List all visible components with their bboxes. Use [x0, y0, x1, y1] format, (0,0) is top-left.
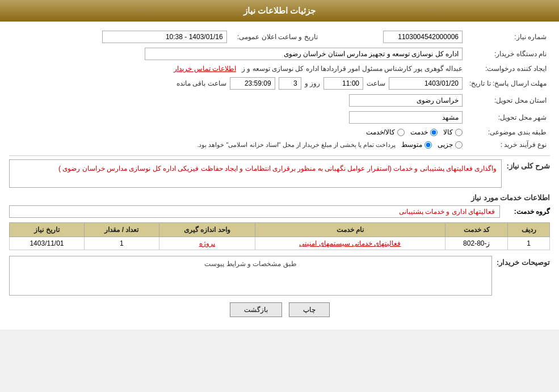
- info-table: شماره نیاز: 1103004542000006 تاریخ و ساع…: [9, 28, 550, 151]
- cell-service-code: ز-80-802: [445, 237, 508, 250]
- response-date-box: 1403/01/20: [389, 77, 463, 90]
- purchase-type-label-motavaset: متوسط: [401, 141, 422, 149]
- col-date-needed: تاریخ نیاز: [10, 223, 85, 237]
- buyer-org-value: اداره کل نوسازی توسعه و تجهیز مدارس استا…: [9, 45, 466, 62]
- province-box: خراسان رضوی: [349, 94, 463, 107]
- service-group-value: فعالیتهای اداری و خدمات پشتیبانی: [9, 205, 500, 218]
- cell-unit: پروژه: [159, 237, 255, 250]
- city-value: مشهد: [9, 109, 466, 126]
- services-section-title: اطلاعات خدمات مورد نیاز: [9, 193, 550, 202]
- category-radio-khedmat[interactable]: [430, 129, 438, 136]
- province-value: خراسان رضوی: [9, 92, 466, 109]
- response-days-box: 3: [279, 77, 301, 90]
- narration-text: واگذاری فعالیتهای پشتیبانی و خدمات (استق…: [58, 165, 497, 172]
- category-radio-kala[interactable]: [455, 129, 463, 136]
- service-group-row: گروه خدمت: فعالیتهای اداری و خدمات پشتیب…: [9, 205, 550, 218]
- purchase-type-row: جزیی متوسط پرداخت تمام یا بخشی از مبلغ خ…: [9, 138, 466, 151]
- footer-buttons: چاپ بازگشت: [9, 302, 550, 317]
- province-label: استان محل تحویل:: [466, 92, 550, 109]
- announce-datetime-box: 1403/01/16 - 10:38: [102, 31, 227, 43]
- response-remaining-box: 23:59:09: [230, 77, 275, 90]
- cell-date-needed: 1403/11/01: [10, 237, 85, 250]
- service-group-label: گروه خدمت:: [505, 208, 550, 216]
- print-button[interactable]: چاپ: [289, 302, 330, 317]
- request-number-box: 1103004542000006: [383, 31, 463, 43]
- back-button[interactable]: بازگشت: [230, 302, 282, 317]
- purchase-type-option-jazii[interactable]: جزیی: [438, 141, 463, 149]
- purchase-type-label: نوع فرآیند خرید :: [466, 138, 550, 151]
- services-table: ردیف کد خدمت نام خدمت واحد اندازه گیری ت…: [9, 222, 550, 250]
- response-deadline-row: 1403/01/20 ساعت 11:00 روز و 3 23:59:09 س…: [9, 75, 466, 92]
- response-time-label: ساعت: [367, 79, 385, 87]
- city-label: شهر محل تحویل:: [466, 109, 550, 126]
- narration-section: شرح کلی نیاز: واگذاری فعالیتهای پشتیبانی…: [9, 159, 550, 188]
- purchase-type-option-motavaset[interactable]: متوسط: [401, 141, 432, 149]
- creator-text: عبداله گوهری پور کارشناس مسئول امور قرار…: [242, 65, 463, 73]
- narration-label: شرح کلی نیاز:: [506, 159, 550, 188]
- request-number-label: شماره نیاز:: [466, 28, 550, 45]
- category-label: طبقه بندی موضوعی:: [466, 126, 550, 138]
- announce-datetime-value: 1403/01/16 - 10:38: [9, 28, 230, 45]
- cell-row-num: 1: [508, 237, 550, 250]
- buyer-description-section: توصیحات خریدار: طبق مشخصات و شرایط پیوست: [9, 256, 550, 296]
- creator-value: عبداله گوهری پور کارشناس مسئول امور قرار…: [9, 62, 466, 75]
- category-label-khedmat: خدمت: [410, 128, 428, 136]
- response-time-box: 11:00: [323, 77, 363, 90]
- category-option-khedmat[interactable]: خدمت: [410, 128, 438, 136]
- purchase-type-label-jazii: جزیی: [438, 141, 453, 149]
- purchase-type-radio-motavaset[interactable]: [424, 141, 432, 149]
- table-row: 1 ز-80-802 فعالیتهای خدماتی سیستمهای امن…: [10, 237, 550, 250]
- narration-content: واگذاری فعالیتهای پشتیبانی و خدمات (استق…: [9, 159, 502, 188]
- response-deadline-label: مهلت ارسال پاسخ: تا تاریخ:: [466, 75, 550, 92]
- col-service-code: کد خدمت: [445, 223, 508, 237]
- cell-quantity: 1: [84, 237, 159, 250]
- category-radio-kala-khedmat[interactable]: [397, 129, 405, 136]
- buyer-description-text: طبق مشخصات و شرایط پیوست: [204, 260, 296, 268]
- page-header: جزئیات اطلاعات نیاز: [0, 0, 559, 22]
- category-label-kala: کالا: [443, 128, 453, 136]
- buyer-org-box: اداره کل نوسازی توسعه و تجهیز مدارس استا…: [145, 48, 463, 60]
- creator-label: ایجاد کننده درخواست:: [466, 62, 550, 75]
- col-service-name: نام خدمت: [255, 223, 445, 237]
- category-value: کالا خدمت کالا/خدمت: [9, 126, 466, 138]
- col-unit: واحد اندازه گیری: [159, 223, 255, 237]
- purchase-type-description: پرداخت تمام یا بخشی از مبلغ خریدار از مح…: [197, 141, 396, 149]
- category-option-kala[interactable]: کالا: [443, 128, 463, 136]
- purchase-type-radio-jazii[interactable]: [455, 141, 463, 149]
- buyer-org-label: نام دستگاه خریدار:: [466, 45, 550, 62]
- page-wrapper: جزئیات اطلاعات نیاز شماره نیاز: 11030045…: [0, 0, 559, 330]
- col-row-num: ردیف: [508, 223, 550, 237]
- response-remaining-label: ساعت باقی مانده: [176, 79, 226, 87]
- announce-datetime-label: تاریخ و ساعت اعلان عمومی:: [230, 28, 321, 45]
- city-box: مشهد: [349, 111, 463, 124]
- request-number-value: 1103004542000006: [321, 28, 466, 45]
- response-day-label: روز و: [305, 79, 320, 87]
- main-content: شماره نیاز: 1103004542000006 تاریخ و ساع…: [0, 22, 559, 330]
- buyer-description-content: طبق مشخصات و شرایط پیوست: [9, 256, 492, 296]
- cell-service-name: فعالیتهای خدماتی سیستمهای امنیتی: [255, 237, 445, 250]
- buyer-description-label: توصیحات خریدار:: [497, 256, 550, 267]
- page-title: جزئیات اطلاعات نیاز: [243, 6, 316, 15]
- divider-1: [9, 155, 550, 156]
- creator-contact-link[interactable]: اطلاعات تماس خریدار: [174, 65, 236, 73]
- col-quantity: تعداد / مقدار: [84, 223, 159, 237]
- category-label-kala-khedmat: کالا/خدمت: [366, 128, 395, 136]
- category-option-kala-khedmat[interactable]: کالا/خدمت: [366, 128, 405, 136]
